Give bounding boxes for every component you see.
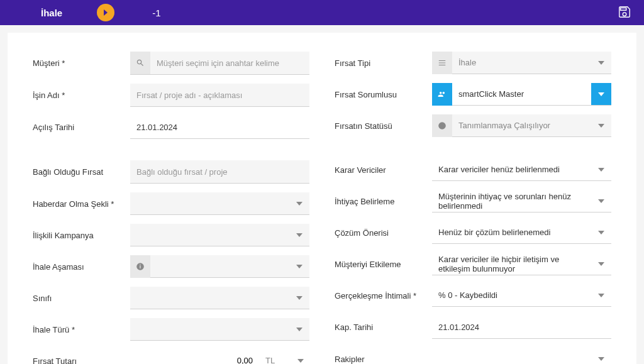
- sinifi-dropdown[interactable]: [130, 287, 309, 309]
- karar-value: Karar vericiler henüz belirlenmedi: [432, 165, 591, 174]
- chevron-down-icon: [598, 123, 604, 129]
- list-icon: [438, 58, 447, 67]
- search-icon: [136, 58, 145, 67]
- label-etkileme: Müşteriyi Etkileme: [335, 260, 432, 269]
- expand-button[interactable]: [97, 4, 114, 21]
- label-acilis-tarihi: Açılış Tarihi: [33, 123, 130, 132]
- chevron-down-icon: [598, 198, 604, 204]
- label-ihtiyac: İhtiyaç Belirleme: [335, 197, 432, 206]
- cozum-value: Henüz bir çözüm belirlenemedi: [432, 228, 591, 237]
- tutari-tl-input[interactable]: [130, 350, 259, 364]
- chevron-down-icon: [598, 261, 604, 267]
- ihtiyac-value: Müşterinin ihtiyaç ve sorunları henüz be…: [432, 192, 591, 211]
- form-content: Müşteri * İşin Adı * Açılış Tarihi Bağlı…: [8, 33, 636, 364]
- chevron-down-icon: [296, 232, 303, 238]
- label-tipi: Fırsat Tipi: [335, 58, 432, 68]
- bagli-firsat-input[interactable]: [130, 160, 309, 183]
- chevron-right-icon: [103, 9, 109, 16]
- chevron-down-icon: [296, 263, 303, 270]
- statu-value: Tanımlanmaya Çalışılıyor: [452, 121, 591, 130]
- label-haberdar: Haberdar Olma Şekli *: [33, 199, 130, 209]
- statu-dropdown[interactable]: Tanımlanmaya Çalışılıyor: [452, 114, 611, 137]
- ihtimal-value: % 0 - Kaybedildi: [432, 290, 591, 300]
- label-sorumlu: Fırsat Sorumlusu: [335, 90, 432, 99]
- label-karar: Karar Vericiler: [335, 165, 432, 175]
- cozum-dropdown[interactable]: Henüz bir çözüm belirlenemedi: [432, 221, 611, 244]
- page-header: İhale -1: [0, 0, 644, 25]
- chevron-down-icon: [598, 356, 604, 362]
- ihtimal-dropdown[interactable]: % 0 - Kaybedildi: [432, 284, 611, 307]
- label-turu: İhale Türü *: [33, 325, 130, 334]
- label-musteri: Müşteri *: [33, 58, 130, 68]
- chevron-down-icon: [598, 229, 604, 236]
- musteri-input[interactable]: [150, 52, 309, 74]
- info-icon-box[interactable]: i: [130, 255, 150, 278]
- asama-dropdown[interactable]: [150, 255, 309, 278]
- ihtiyac-dropdown[interactable]: Müşterinin ihtiyaç ve sorunları henüz be…: [432, 190, 611, 212]
- page-title: İhale: [41, 8, 62, 18]
- chevron-down-icon: [296, 326, 303, 333]
- svg-point-2: [438, 122, 446, 130]
- chevron-down-icon: [296, 201, 303, 207]
- label-isin-adi: İşin Adı *: [33, 91, 130, 100]
- label-rakipler: Rakipler: [335, 355, 432, 364]
- kap-tarihi-input[interactable]: [432, 316, 611, 338]
- label-asama: İhale Aşaması: [33, 262, 130, 272]
- karar-dropdown[interactable]: Karar vericiler henüz belirlenmedi: [432, 158, 611, 181]
- chevron-down-icon: [598, 292, 604, 299]
- left-column: Müşteri * İşin Adı * Açılış Tarihi Bağlı…: [33, 52, 309, 364]
- record-number: -1: [152, 8, 160, 18]
- acilis-tarihi-input[interactable]: [130, 116, 309, 138]
- kampanya-dropdown[interactable]: [130, 224, 309, 246]
- label-bagli-firsat: Bağlı Olduğu Fırsat: [33, 167, 130, 177]
- sorumlu-value: smartClick Master: [452, 89, 591, 99]
- svg-text:i: i: [140, 264, 141, 270]
- haberdar-dropdown[interactable]: [130, 192, 309, 215]
- info-icon: [438, 121, 447, 130]
- search-icon-box[interactable]: [130, 52, 150, 74]
- label-statu: Fırsatın Statüsü: [335, 121, 432, 131]
- currency-tl-dropdown[interactable]: TL: [259, 350, 309, 364]
- turu-dropdown[interactable]: [130, 318, 309, 341]
- label-sinifi: Sınıfı: [33, 294, 130, 303]
- label-cozum: Çözüm Önerisi: [335, 228, 432, 238]
- sorumlu-dropdown[interactable]: smartClick Master: [452, 83, 611, 106]
- label-kampanya: İlişkili Kampanya: [33, 231, 130, 240]
- label-tutari: Fırsat Tutarı: [33, 356, 130, 365]
- right-column: Fırsat Tipi İhale Fırsat Sorumlusu smart…: [335, 52, 611, 364]
- tipi-value: İhale: [452, 58, 591, 67]
- etkileme-value: Karar vericiler ile hiçbir iletişim ve e…: [432, 255, 591, 273]
- save-icon: [618, 5, 631, 19]
- rakipler-dropdown[interactable]: [432, 348, 611, 364]
- save-button[interactable]: [618, 5, 631, 21]
- isin-adi-input[interactable]: [130, 84, 309, 106]
- chevron-down-icon: [297, 358, 304, 364]
- users-icon-box[interactable]: [432, 83, 452, 106]
- info-icon-box: [432, 114, 452, 137]
- etkileme-dropdown[interactable]: Karar vericiler ile hiçbir iletişim ve e…: [432, 253, 611, 275]
- label-ihtimal: Gerçekleşme İhtimali *: [335, 291, 432, 301]
- label-kap-tarihi: Kap. Tarihi: [335, 323, 432, 332]
- users-icon: [438, 90, 447, 99]
- info-icon: i: [136, 262, 145, 271]
- chevron-down-icon: [598, 60, 604, 66]
- chevron-down-icon: [296, 295, 303, 301]
- chevron-down-icon: [598, 167, 604, 173]
- currency-tl-value: TL: [259, 356, 292, 364]
- chevron-down-icon: [598, 91, 604, 97]
- list-icon-box: [432, 52, 452, 74]
- tipi-dropdown[interactable]: İhale: [452, 52, 611, 74]
